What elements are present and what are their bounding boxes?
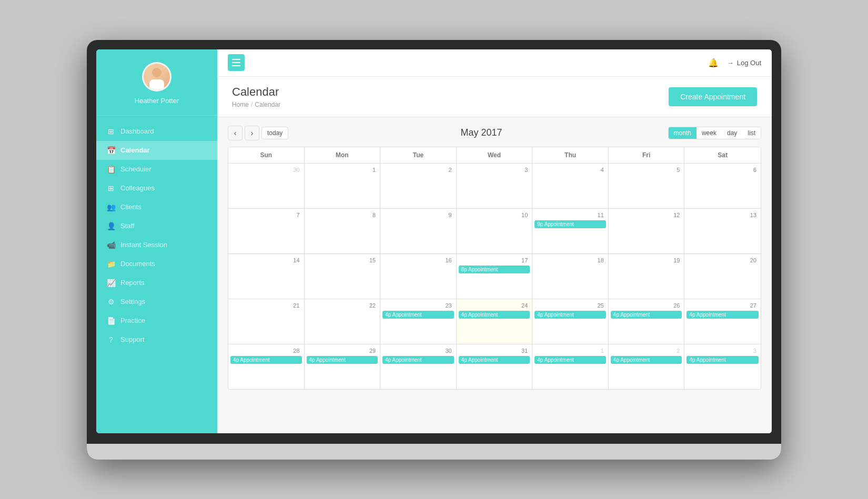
sidebar-item-label: Clients [120,203,142,211]
sidebar-username: Heather Potter [135,97,179,105]
sidebar-item-documents[interactable]: 📁Documents [96,254,217,273]
cal-cell[interactable]: 9 [380,209,457,253]
cal-cell[interactable]: 15 [305,254,381,299]
sidebar-profile: Heather Potter [96,49,217,116]
sidebar-item-support[interactable]: ?Support [96,330,217,349]
cal-cell[interactable]: 12 [609,209,685,253]
logout-label: Log Out [737,59,761,67]
sidebar-item-calendar[interactable]: 📅Calendar [96,141,217,160]
sidebar-item-label: Instant Session [120,241,167,249]
documents-icon: 📁 [107,260,115,268]
sidebar-item-scheduler[interactable]: 📋Scheduler [96,160,217,179]
cal-week-1: 30 1 2 3 4 5 6 [228,164,761,209]
hamburger-button[interactable] [228,54,245,71]
sidebar-item-label: Documents [120,260,155,268]
cal-cell[interactable]: 3 [457,164,533,208]
sidebar-item-staff[interactable]: 👤Staff [96,217,217,236]
settings-icon: ⚙ [107,298,115,306]
cal-cell[interactable]: 14 [228,254,305,299]
sidebar-item-colleagues[interactable]: ⊞Colleagues [96,179,217,198]
cal-cell[interactable]: 24p Appointment [609,344,685,389]
calendar-event[interactable]: 4p Appointment [382,356,454,364]
cal-cell[interactable]: 274p Appointment [684,299,761,344]
col-fri: Fri [609,147,685,163]
cal-cell[interactable]: 7 [228,209,305,253]
cal-cell[interactable]: 314p Appointment [457,344,533,389]
calendar-event[interactable]: 4p Appointment [307,356,378,364]
calendar-event[interactable]: 4p Appointment [230,356,302,364]
support-icon: ? [107,335,115,344]
calendar-event[interactable]: 4p Appointment [459,311,530,319]
calendar-grid: Sun Mon Tue Wed Thu Fri Sat 30 1 2 [228,147,761,390]
sidebar-item-label: Dashboard [120,127,154,135]
cal-cell[interactable]: 119p Appointment [532,209,609,253]
today-button[interactable]: today [261,127,288,139]
sidebar-item-settings[interactable]: ⚙Settings [96,292,217,311]
cal-cell[interactable]: 16 [380,254,457,299]
calendar-event[interactable]: 4p Appointment [687,311,759,319]
cal-cell[interactable]: 22 [305,299,381,344]
cal-cell[interactable]: 284p Appointment [228,344,305,389]
staff-icon: 👤 [107,222,115,230]
sidebar-item-label: Practice [120,317,145,324]
cal-cell[interactable]: 304p Appointment [380,344,457,389]
cal-cell-today[interactable]: 244p Appointment [457,299,533,344]
cal-cell[interactable]: 20 [684,254,761,299]
calendar-event[interactable]: 4p Appointment [611,356,682,364]
cal-cell[interactable]: 234p Appointment [380,299,457,344]
calendar-event[interactable]: 4p Appointment [687,356,759,364]
cal-cell[interactable]: 264p Appointment [609,299,685,344]
cal-cell[interactable]: 6 [684,164,761,208]
cal-cell[interactable]: 254p Appointment [532,299,609,344]
breadcrumb-separator: / [251,101,253,108]
calendar-event[interactable]: 4p Appointment [611,311,682,319]
calendar-event[interactable]: 4p Appointment [534,311,606,319]
clients-icon: 👥 [107,203,115,211]
sidebar-item-label: Support [120,335,145,343]
top-bar: 🔔 → Log Out [217,49,772,77]
cal-cell[interactable]: 30 [228,164,305,208]
next-month-button[interactable]: › [245,126,259,140]
view-btn-list[interactable]: list [742,127,761,139]
cal-cell[interactable]: 18 [532,254,609,299]
view-btn-day[interactable]: day [722,127,742,139]
cal-cell[interactable]: 34p Appointment [684,344,761,389]
logout-button[interactable]: → Log Out [727,59,761,67]
main-content: 🔔 → Log Out Calendar Home / [217,49,772,433]
view-btn-week[interactable]: week [697,127,722,139]
sidebar-item-practice[interactable]: 📄Practice [96,311,217,330]
cal-cell[interactable]: 13 [684,209,761,253]
sidebar: Heather Potter ⊞Dashboard📅Calendar📋Sched… [96,49,217,433]
calendar-header-row: Sun Mon Tue Wed Thu Fri Sat [228,147,761,164]
cal-cell[interactable]: 178p Appointment [457,254,533,299]
scheduler-icon: 📋 [107,165,115,174]
create-appointment-button[interactable]: Create Appointment [669,87,757,106]
sidebar-item-label: Reports [120,279,145,287]
calendar-event[interactable]: 4p Appointment [382,311,454,319]
cal-cell[interactable]: 4 [532,164,609,208]
sidebar-item-reports[interactable]: 📈Reports [96,273,217,292]
calendar-event[interactable]: 4p Appointment [534,356,606,364]
cal-cell[interactable]: 294p Appointment [305,344,381,389]
cal-cell[interactable]: 8 [305,209,381,253]
bell-icon[interactable]: 🔔 [708,58,719,68]
cal-cell[interactable]: 21 [228,299,305,344]
cal-cell[interactable]: 19 [609,254,685,299]
top-bar-right: 🔔 → Log Out [708,58,761,68]
cal-cell[interactable]: 10 [457,209,533,253]
sidebar-item-dashboard[interactable]: ⊞Dashboard [96,122,217,141]
col-thu: Thu [532,147,609,163]
sidebar-item-clients[interactable]: 👥Clients [96,198,217,217]
sidebar-item-label: Calendar [120,146,150,154]
cal-cell[interactable]: 2 [380,164,457,208]
cal-cell[interactable]: 5 [609,164,685,208]
view-btn-month[interactable]: month [669,127,697,139]
calendar-event[interactable]: 9p Appointment [534,220,606,228]
breadcrumb-home[interactable]: Home [232,101,249,108]
calendar-event[interactable]: 8p Appointment [459,266,530,273]
cal-cell[interactable]: 1 [305,164,381,208]
cal-cell[interactable]: 14p Appointment [532,344,609,389]
prev-month-button[interactable]: ‹ [228,126,243,140]
calendar-event[interactable]: 4p Appointment [459,356,530,364]
sidebar-item-instant-session[interactable]: 📹Instant Session [96,236,217,254]
